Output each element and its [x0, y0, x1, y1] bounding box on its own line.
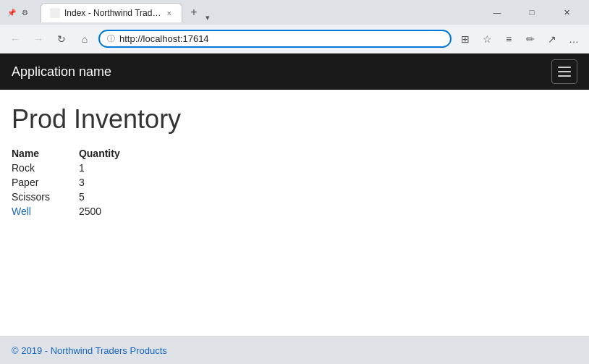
more-icon[interactable]: …	[564, 30, 583, 48]
table-row: Well2500	[12, 204, 149, 219]
browser-titlebar: 📌 ⚙ Index - Northwind Trad… × + ▾ — □ ✕	[0, 0, 589, 25]
tab-list-button[interactable]: ▾	[205, 13, 210, 22]
table-cell-name: Rock	[12, 161, 79, 175]
browser-window: 📌 ⚙ Index - Northwind Trad… × + ▾ — □ ✕ …	[0, 0, 589, 364]
table-row: Rock1	[12, 161, 149, 175]
favorites-icon[interactable]: ☆	[478, 30, 496, 48]
home-button[interactable]: ⌂	[75, 30, 94, 48]
share-icon[interactable]: ↗	[543, 30, 562, 48]
table-cell-name: Paper	[12, 175, 79, 190]
table-cell-quantity: 5	[79, 190, 149, 204]
inventory-table: Name Quantity Rock1Paper3Scissors5Well25…	[12, 146, 149, 219]
page-title: Prod Inventory	[12, 104, 577, 135]
new-tab-button[interactable]: +	[184, 2, 204, 22]
table-cell-name: Scissors	[12, 190, 79, 204]
hamburger-line-1	[558, 67, 571, 68]
window-icons: 📌 ⚙	[6, 7, 30, 18]
app-navbar: Application name	[0, 54, 589, 90]
collections-icon[interactable]: ≡	[499, 30, 518, 48]
col-header-name: Name	[12, 146, 79, 161]
tab-bar: Index - Northwind Trad… × + ▾	[38, 2, 213, 22]
refresh-button[interactable]: ↻	[52, 30, 71, 48]
lock-icon: ⓘ	[107, 33, 115, 44]
settings-icon[interactable]: ⚙	[19, 7, 30, 18]
address-input[interactable]	[119, 33, 443, 44]
tab-title: Index - Northwind Trad…	[64, 8, 161, 18]
tab-favicon	[50, 8, 60, 18]
back-button[interactable]: ←	[6, 30, 25, 48]
hamburger-line-3	[558, 75, 571, 77]
app-footer: © 2019 - Northwind Traders Products	[0, 336, 589, 364]
split-view-icon[interactable]: ⊞	[456, 30, 475, 48]
table-row: Scissors5	[12, 190, 149, 204]
close-button[interactable]: ✕	[550, 1, 583, 23]
notes-icon[interactable]: ✏	[521, 30, 540, 48]
address-bar-container: ⓘ	[98, 30, 452, 48]
window-controls: — □ ✕	[480, 1, 583, 23]
table-cell-quantity: 3	[79, 175, 149, 190]
toolbar-right: ⊞ ☆ ≡ ✏ ↗ …	[456, 30, 583, 48]
minimize-button[interactable]: —	[480, 1, 514, 23]
footer-text: © 2019 - Northwind Traders Products	[12, 345, 167, 356]
app-brand: Application name	[12, 64, 111, 80]
hamburger-button[interactable]	[551, 59, 577, 84]
table-cell-quantity: 2500	[79, 204, 149, 219]
browser-toolbar: ← → ↻ ⌂ ⓘ ⊞ ☆ ≡ ✏ ↗ …	[0, 25, 589, 54]
col-header-quantity: Quantity	[79, 146, 149, 161]
main-content: Prod Inventory Name Quantity Rock1Paper3…	[0, 90, 589, 336]
hamburger-line-2	[558, 71, 571, 72]
table-row: Paper3	[12, 175, 149, 190]
active-tab[interactable]: Index - Northwind Trad… ×	[41, 3, 182, 22]
table-cell-quantity: 1	[79, 161, 149, 175]
maximize-button[interactable]: □	[515, 1, 548, 23]
table-cell-name[interactable]: Well	[12, 204, 79, 219]
pin-icon[interactable]: 📌	[6, 7, 17, 18]
tab-close-button[interactable]: ×	[165, 9, 172, 17]
forward-button[interactable]: →	[29, 30, 48, 48]
app-container: Application name Prod Inventory Name Qua…	[0, 54, 589, 364]
